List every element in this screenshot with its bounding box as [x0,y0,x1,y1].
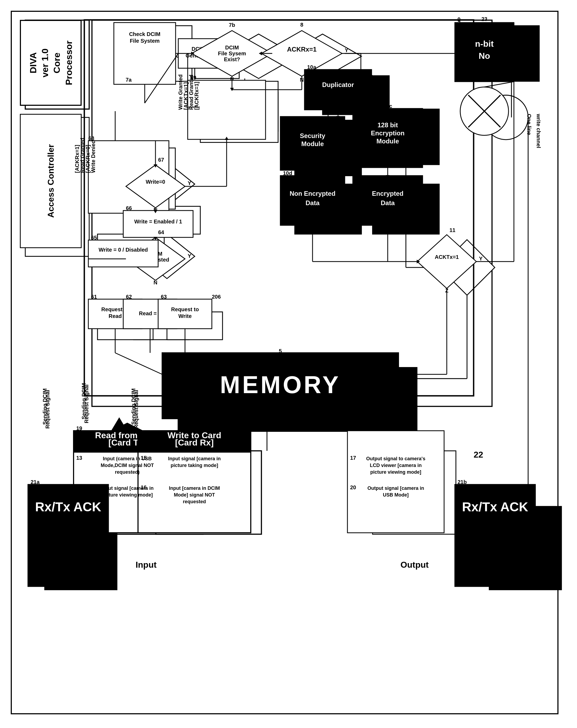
svg-text:Write = Enabled / 1: Write = Enabled / 1 [134,218,182,225]
svg-text:63: 63 [161,294,167,300]
svg-text:22: 22 [474,450,483,460]
svg-marker-143 [417,235,476,288]
svg-text:[Card Rx]: [Card Rx] [175,438,214,447]
svg-text:Write Denied: Write Denied [90,140,96,173]
svg-line-178 [345,138,353,144]
svg-marker-234 [264,423,296,431]
svg-text:64: 64 [158,229,164,235]
svg-text:69: 69 [190,75,196,81]
svg-text:Security: Security [300,132,325,139]
svg-text:10d: 10d [283,170,292,176]
svg-text:Y: Y [188,180,191,186]
svg-text:15: 15 [141,455,147,461]
svg-text:Encrypted: Encrypted [372,190,403,197]
svg-line-185 [484,82,514,87]
svg-text:23: 23 [481,16,487,22]
svg-text:[ACKRx=1]: [ACKRx=1] [74,145,80,173]
svg-text:61: 61 [91,294,97,300]
svg-text:65: 65 [91,235,97,241]
svg-text:ACKTx=1: ACKTx=1 [435,254,458,260]
svg-rect-128 [88,240,158,267]
svg-text:Write=0: Write=0 [146,179,165,185]
svg-text:Input [camera in DCIM: Input [camera in DCIM [169,486,220,491]
svg-text:68: 68 [88,135,94,141]
svg-text:66: 66 [126,205,132,211]
svg-text:Encryption: Encryption [371,129,404,137]
page: DIVA [0,0,577,728]
svg-text:17: 17 [350,455,356,461]
svg-text:Write = 0 / Disabled: Write = 0 / Disabled [99,247,148,253]
svg-text:Y: Y [345,47,348,53]
svg-rect-220 [347,431,444,533]
svg-text:picture viewing mode]: picture viewing mode] [370,469,421,475]
svg-text:11: 11 [449,227,455,233]
svg-text:16: 16 [141,485,147,490]
svg-text:n-bit: n-bit [475,39,494,49]
svg-text:7a: 7a [126,77,132,83]
svg-text:5: 5 [279,348,282,354]
outer-border: DIVA [11,11,558,714]
svg-text:8: 8 [300,22,303,28]
svg-text:[ACKRx=1]: [ACKRx=1] [193,82,200,110]
svg-text:Non Encrypted: Non Encrypted [290,190,336,197]
svg-marker-164 [371,74,374,78]
svg-text:Module: Module [376,137,399,145]
svg-text:Mode] signal NOT: Mode] signal NOT [174,492,215,498]
svg-text:Write: Write [178,313,192,319]
svg-text:Request Signal: Request Signal [45,390,51,428]
svg-text:Y: Y [188,253,191,259]
svg-text:Input signal [camera in: Input signal [camera in [168,456,221,461]
svg-text:206: 206 [212,294,221,300]
svg-text:One line: One line [526,114,532,135]
svg-text:21b: 21b [457,479,467,485]
svg-text:FIG. 2: FIG. 2 [502,562,543,579]
svg-text:Exist?: Exist? [224,56,240,62]
svg-text:7b: 7b [229,22,235,28]
svg-text:Read Granted: Read Granted [79,138,85,173]
svg-text:Rx/Tx ACK: Rx/Tx ACK [35,500,102,514]
svg-text:10c: 10c [383,103,392,109]
svg-text:Output signal to camera's: Output signal to camera's [366,456,425,461]
svg-text:picture taking mode]: picture taking mode] [171,463,218,468]
svg-text:File System: File System [130,38,159,44]
svg-text:Mode,DCIM signal NOT: Mode,DCIM signal NOT [101,463,154,468]
svg-text:9: 9 [457,18,461,24]
svg-text:N: N [154,280,157,285]
svg-text:LCD viewer [camera in: LCD viewer [camera in [370,463,422,468]
svg-line-203 [115,353,162,374]
svg-text:File Sysem: File Sysem [218,51,246,56]
svg-text:18: 18 [350,425,356,431]
svg-text:Output: Output [401,560,429,570]
svg-text:Request Signal: Request Signal [83,385,89,423]
svg-text:No: No [479,51,490,61]
svg-text:128 bit: 128 bit [377,121,398,129]
svg-text:USB Mode]: USB Mode] [383,492,409,498]
svg-text:Write Granted: Write Granted [178,74,183,110]
svg-text:10b: 10b [356,103,365,109]
svg-text:Data: Data [306,199,320,207]
svg-text:requested): requested) [115,469,140,475]
svg-text:Y: Y [479,256,483,262]
svg-text:10a: 10a [307,64,316,70]
svg-text:21a: 21a [31,479,40,485]
svg-text:Request Signal: Request Signal [133,390,139,428]
svg-text:ACKRx=1: ACKRx=1 [287,46,317,53]
svg-text:62: 62 [126,294,132,300]
svg-text:67: 67 [158,157,164,163]
svg-text:picture viewing mode]: picture viewing mode] [102,492,153,498]
svg-text:DCIM: DCIM [225,45,239,51]
svg-text:19: 19 [76,425,82,431]
svg-text:Output signal [camera in: Output signal [camera in [367,486,424,491]
svg-text:Module: Module [301,140,324,148]
svg-text:Data: Data [381,199,395,207]
svg-text:requested: requested [183,499,206,504]
svg-text:Request to: Request to [171,306,199,312]
svg-text:Duplicator: Duplicator [322,81,354,88]
svg-text:20: 20 [350,485,356,490]
svg-text:write channel: write channel [536,113,542,148]
svg-text:MEMORY: MEMORY [220,371,341,398]
svg-text:Check DCIM: Check DCIM [129,31,161,37]
svg-text:13: 13 [76,455,82,461]
svg-text:Read: Read [109,313,122,319]
main-diagram: .lbl { font-family: Arial, sans-serif; f… [12,12,559,716]
